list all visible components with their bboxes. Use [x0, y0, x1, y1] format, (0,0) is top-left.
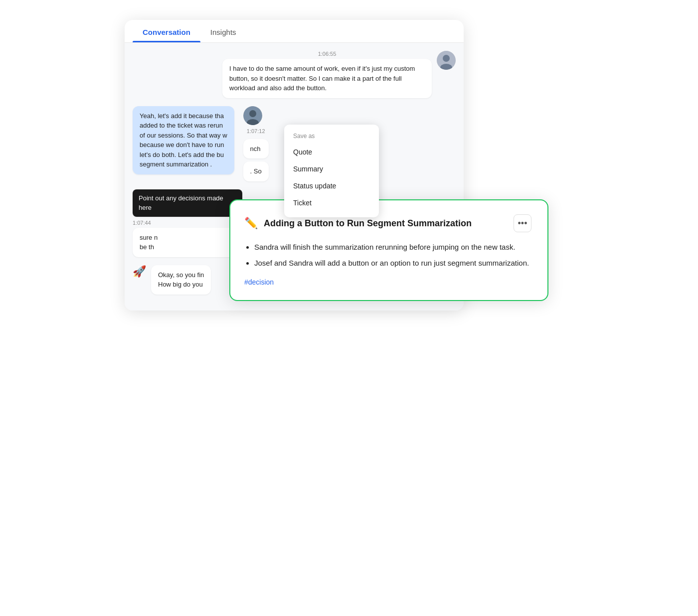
bubble-2b: nch	[243, 139, 269, 159]
bubble-1: I have to do the same amount of work, ev…	[222, 59, 432, 98]
dropdown-item-summary[interactable]: Summary	[284, 160, 379, 177]
timestamp-1: 1:06:55	[222, 51, 432, 57]
right-bubbles: 1:07:12 nch . So	[243, 106, 269, 181]
tab-conversation[interactable]: Conversation	[133, 20, 200, 42]
insight-emoji: ✏️	[244, 217, 258, 230]
decision-tag: #decision	[244, 278, 531, 286]
insight-card: ✏️ Adding a Button to Run Segment Summar…	[229, 199, 548, 301]
bullet-2: Josef and Sandra will add a button or an…	[254, 257, 531, 269]
main-container: Conversation Insights 1:06:55 I have to …	[125, 20, 573, 616]
avatar-1	[437, 51, 456, 70]
avatar-2	[243, 106, 262, 125]
tab-insights[interactable]: Insights	[200, 20, 246, 42]
bullet-1: Sandra will finish the summarization rer…	[254, 241, 531, 253]
dropdown-item-ticket[interactable]: Ticket	[284, 194, 379, 211]
bubble-2c: . So	[243, 161, 269, 181]
message-content-4: Okay, so you finHow big do you	[151, 265, 211, 295]
timestamp-3: 1:07:44	[133, 220, 242, 226]
message-row-1: 1:06:55 I have to do the same amount of …	[133, 51, 456, 98]
timestamp-2: 1:07:12	[243, 128, 269, 134]
rocket-emoji: 🚀	[133, 265, 146, 278]
insight-title-row: ✏️ Adding a Button to Run Segment Summar…	[244, 217, 472, 230]
insight-menu-button[interactable]: •••	[514, 214, 531, 232]
insight-bullets: Sandra will finish the summarization rer…	[244, 241, 531, 269]
conversation-tabs: Conversation Insights	[125, 20, 464, 43]
bubble-3: sure nbe th	[133, 228, 242, 257]
bubble-2: Yeah, let's add it because thaadded to t…	[133, 106, 234, 174]
dropdown-item-quote[interactable]: Quote	[284, 144, 379, 160]
message-content-2: Yeah, let's add it because thaadded to t…	[133, 106, 234, 174]
svg-point-1	[443, 55, 450, 62]
message-content-3: Point out any decisions made here 1:07:4…	[133, 189, 242, 257]
insight-title: Adding a Button to Run Segment Summariza…	[264, 218, 472, 229]
save-dropdown: Save as Quote Summary Status update Tick…	[284, 125, 379, 217]
message-content-1: 1:06:55 I have to do the same amount of …	[222, 51, 432, 98]
dropdown-header: Save as	[284, 131, 379, 144]
bubble-4: Okay, so you finHow big do you	[151, 265, 211, 295]
tooltip-bubble: Point out any decisions made here	[133, 189, 242, 217]
svg-point-4	[249, 110, 256, 117]
dropdown-item-status[interactable]: Status update	[284, 177, 379, 194]
